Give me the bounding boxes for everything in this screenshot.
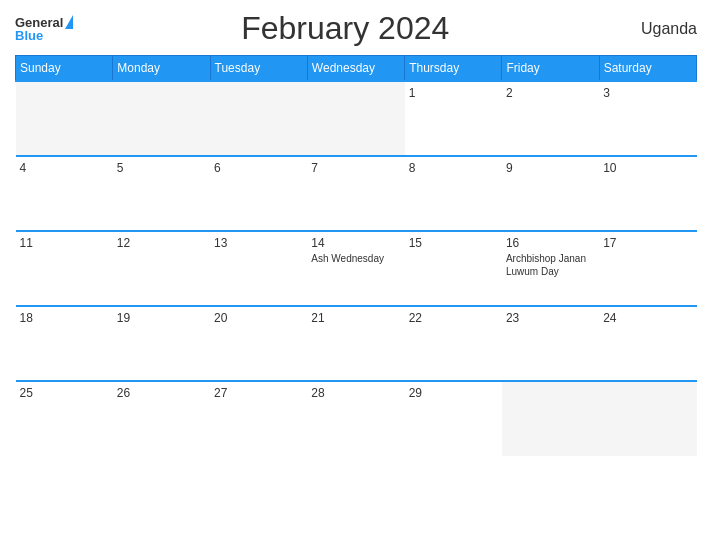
calendar-day-cell: 5 — [113, 156, 210, 231]
logo-triangle-icon — [65, 15, 73, 29]
event-text: Archbishop Janan Luwum Day — [506, 252, 595, 278]
calendar-title: February 2024 — [73, 10, 617, 47]
day-number: 21 — [311, 311, 400, 325]
day-number: 17 — [603, 236, 692, 250]
calendar-day-cell: 13 — [210, 231, 307, 306]
day-number: 4 — [20, 161, 109, 175]
day-number: 24 — [603, 311, 692, 325]
day-number: 12 — [117, 236, 206, 250]
day-number: 22 — [409, 311, 498, 325]
calendar-day-cell — [502, 381, 599, 456]
calendar-day-cell: 15 — [405, 231, 502, 306]
calendar-header: General Blue February 2024 Uganda — [15, 10, 697, 47]
day-number: 20 — [214, 311, 303, 325]
calendar-day-cell: 27 — [210, 381, 307, 456]
calendar-day-cell: 25 — [16, 381, 113, 456]
calendar-day-cell: 28 — [307, 381, 404, 456]
weekday-header: Saturday — [599, 56, 696, 82]
day-number: 1 — [409, 86, 498, 100]
calendar-day-cell: 12 — [113, 231, 210, 306]
logo-general-text: General — [15, 16, 63, 29]
calendar-day-cell — [599, 381, 696, 456]
day-number: 11 — [20, 236, 109, 250]
day-number: 10 — [603, 161, 692, 175]
day-number: 5 — [117, 161, 206, 175]
calendar-week-row: 11121314Ash Wednesday1516Archbishop Jana… — [16, 231, 697, 306]
day-number: 27 — [214, 386, 303, 400]
day-number: 28 — [311, 386, 400, 400]
weekday-header: Monday — [113, 56, 210, 82]
calendar-day-cell: 14Ash Wednesday — [307, 231, 404, 306]
weekday-header: Tuesday — [210, 56, 307, 82]
day-number: 23 — [506, 311, 595, 325]
day-number: 15 — [409, 236, 498, 250]
calendar-week-row: 123 — [16, 81, 697, 156]
calendar-week-row: 18192021222324 — [16, 306, 697, 381]
day-number: 18 — [20, 311, 109, 325]
calendar-body: 1234567891011121314Ash Wednesday1516Arch… — [16, 81, 697, 456]
calendar-day-cell: 16Archbishop Janan Luwum Day — [502, 231, 599, 306]
calendar-day-cell: 9 — [502, 156, 599, 231]
logo: General Blue — [15, 15, 73, 42]
calendar-day-cell: 26 — [113, 381, 210, 456]
calendar-day-cell: 22 — [405, 306, 502, 381]
calendar-day-cell: 8 — [405, 156, 502, 231]
calendar-day-cell: 2 — [502, 81, 599, 156]
logo-blue-text: Blue — [15, 29, 43, 42]
calendar-day-cell: 4 — [16, 156, 113, 231]
day-number: 14 — [311, 236, 400, 250]
day-number: 3 — [603, 86, 692, 100]
day-number: 26 — [117, 386, 206, 400]
weekday-header: Sunday — [16, 56, 113, 82]
calendar-table: SundayMondayTuesdayWednesdayThursdayFrid… — [15, 55, 697, 456]
day-number: 8 — [409, 161, 498, 175]
calendar-day-cell: 1 — [405, 81, 502, 156]
calendar-day-cell: 24 — [599, 306, 696, 381]
calendar-day-cell: 3 — [599, 81, 696, 156]
day-number: 13 — [214, 236, 303, 250]
day-number: 29 — [409, 386, 498, 400]
calendar-header-row: SundayMondayTuesdayWednesdayThursdayFrid… — [16, 56, 697, 82]
calendar-week-row: 45678910 — [16, 156, 697, 231]
calendar-day-cell: 10 — [599, 156, 696, 231]
calendar-day-cell — [307, 81, 404, 156]
calendar-day-cell: 20 — [210, 306, 307, 381]
calendar-day-cell: 23 — [502, 306, 599, 381]
calendar-day-cell: 21 — [307, 306, 404, 381]
day-number: 2 — [506, 86, 595, 100]
day-number: 25 — [20, 386, 109, 400]
calendar-day-cell: 6 — [210, 156, 307, 231]
day-number: 7 — [311, 161, 400, 175]
weekday-header: Friday — [502, 56, 599, 82]
calendar-day-cell — [16, 81, 113, 156]
day-number: 6 — [214, 161, 303, 175]
day-number: 19 — [117, 311, 206, 325]
calendar-day-cell: 19 — [113, 306, 210, 381]
calendar-container: General Blue February 2024 Uganda Sunday… — [0, 0, 712, 550]
calendar-day-cell: 17 — [599, 231, 696, 306]
calendar-day-cell: 29 — [405, 381, 502, 456]
country-name: Uganda — [617, 20, 697, 38]
calendar-day-cell — [210, 81, 307, 156]
calendar-day-cell: 18 — [16, 306, 113, 381]
weekday-header: Wednesday — [307, 56, 404, 82]
calendar-week-row: 2526272829 — [16, 381, 697, 456]
calendar-day-cell: 7 — [307, 156, 404, 231]
calendar-day-cell — [113, 81, 210, 156]
day-number: 9 — [506, 161, 595, 175]
weekday-header: Thursday — [405, 56, 502, 82]
event-text: Ash Wednesday — [311, 252, 400, 265]
calendar-day-cell: 11 — [16, 231, 113, 306]
day-number: 16 — [506, 236, 595, 250]
